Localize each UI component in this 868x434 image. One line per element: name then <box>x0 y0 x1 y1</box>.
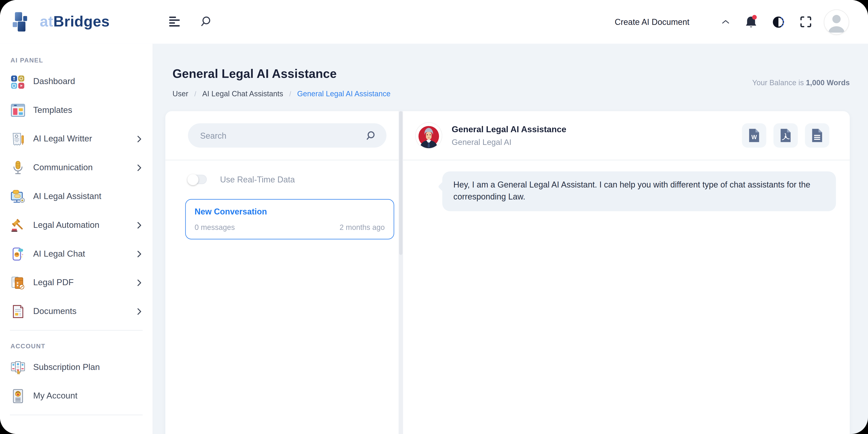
sidebar-item-documents[interactable]: Documents <box>0 297 153 326</box>
breadcrumb-ai-legal-chat-assistants[interactable]: AI Legal Chat Assistants <box>202 90 283 98</box>
templates-icon <box>10 102 26 118</box>
messages-area: Hey, I am a General Legal AI Assistant. … <box>403 160 850 211</box>
export-word-button[interactable]: W <box>742 123 767 148</box>
conversation-title: New Conversation <box>195 207 385 216</box>
sidebar-item-dashboard[interactable]: Dashboard <box>0 67 153 96</box>
scrollbar-thumb[interactable] <box>399 111 402 255</box>
chevron-up-icon[interactable] <box>721 19 730 24</box>
sidebar-section-ai-panel: AI PANEL <box>0 57 153 67</box>
pdf-folder-icon <box>10 275 26 290</box>
toggle-knob <box>187 174 198 185</box>
sidebar-item-my-account[interactable]: My Account <box>0 381 153 410</box>
breadcrumb-separator: / <box>289 90 291 98</box>
conversation-timestamp: 2 months ago <box>340 223 385 232</box>
user-avatar[interactable] <box>824 10 849 34</box>
menu-icon[interactable] <box>168 16 181 28</box>
search-icon[interactable] <box>199 16 212 28</box>
sidebar-item-templates[interactable]: Templates <box>0 96 153 124</box>
svg-text:W: W <box>751 134 757 140</box>
dashboard-icon <box>10 74 26 89</box>
breadcrumb-user[interactable]: User <box>173 90 188 98</box>
chat-phone-icon <box>10 246 26 261</box>
theme-contrast-icon[interactable] <box>772 15 786 29</box>
chevron-right-icon <box>137 308 142 315</box>
chat-assistant-title: General Legal AI Assistance <box>452 124 742 134</box>
breadcrumb-separator: / <box>194 90 196 98</box>
conversation-search-input[interactable] <box>200 131 365 140</box>
brand-name-bridges: Bridges <box>53 13 110 30</box>
legal-writer-icon <box>10 131 26 146</box>
chat-panel: General Legal AI Assistance General Lega… <box>403 111 850 434</box>
realtime-toggle-row: Use Real-Time Data <box>188 175 386 184</box>
document-icon <box>10 304 26 319</box>
page-title: General Legal AI Assistance <box>173 67 752 81</box>
fullscreen-icon[interactable] <box>799 16 812 28</box>
word-file-icon: W <box>748 128 760 143</box>
main-content: General Legal AI Assistance User / AI Le… <box>153 44 868 434</box>
sidebar: AI PANEL Dashboard <box>0 44 153 434</box>
export-pdf-button[interactable] <box>774 123 798 148</box>
conversations-panel: Use Real-Time Data New Conversation 0 me… <box>165 111 399 434</box>
sidebar-divider <box>10 330 143 331</box>
brand-logo[interactable]: atBridges <box>0 11 153 33</box>
chevron-right-icon <box>137 250 142 257</box>
sidebar-item-ai-legal-chat[interactable]: AI Legal Chat <box>0 239 153 268</box>
chevron-right-icon <box>137 221 142 228</box>
realtime-toggle-label: Use Real-Time Data <box>220 175 295 184</box>
sidebar-item-communication[interactable]: Communication <box>0 153 153 182</box>
assistant-message-bubble: Hey, I am a General Legal AI Assistant. … <box>442 172 836 211</box>
sidebar-item-legal-pdf[interactable]: Legal PDF <box>0 268 153 297</box>
sidebar-item-ai-legal-assistant[interactable]: AI Legal Assistant <box>0 182 153 211</box>
breadcrumb-current-page: General Legal AI Assistance <box>297 90 391 98</box>
conversations-scrollbar[interactable] <box>399 111 403 434</box>
pdf-file-icon <box>779 128 792 143</box>
balance-prefix: Your Balance is <box>752 78 806 87</box>
conversation-search <box>188 123 386 148</box>
app-header: atBridges Create AI Document <box>0 0 868 44</box>
bell-icon[interactable] <box>744 14 758 29</box>
id-card-icon <box>10 389 26 403</box>
chat-header: General Legal AI Assistance General Lega… <box>403 111 850 160</box>
microphone-icon <box>10 160 26 175</box>
breadcrumb: User / AI Legal Chat Assistants / Genera… <box>173 90 752 98</box>
conversation-message-count: 0 messages <box>195 223 235 232</box>
search-icon[interactable] <box>365 130 375 141</box>
chevron-right-icon <box>137 279 142 286</box>
sidebar-item-legal-automation[interactable]: Legal Automation <box>0 211 153 239</box>
gavel-icon <box>10 217 26 232</box>
chat-card: Use Real-Time Data New Conversation 0 me… <box>165 111 850 434</box>
brand-logo-icon <box>12 11 34 33</box>
sidebar-section-account: ACCOUNT <box>0 335 153 353</box>
brand-name: atBridges <box>40 13 110 30</box>
realtime-toggle-switch[interactable] <box>188 175 207 184</box>
chevron-right-icon <box>137 164 142 171</box>
sidebar-item-subscription-plan[interactable]: Subscription Plan <box>0 353 153 381</box>
sidebar-divider <box>10 415 143 415</box>
assistant-avatar <box>416 123 442 149</box>
export-text-button[interactable] <box>805 123 829 148</box>
pricing-plans-icon <box>10 360 26 375</box>
balance-text: Your Balance is 1,000 Words <box>752 78 850 87</box>
brand-name-at: at <box>40 13 54 30</box>
text-file-icon <box>811 128 823 143</box>
conversation-item[interactable]: New Conversation 0 messages 2 months ago <box>185 199 394 239</box>
sidebar-item-ai-legal-writter[interactable]: AI Legal Writter <box>0 124 153 153</box>
create-ai-document-button[interactable]: Create AI Document <box>615 17 689 27</box>
panel-divider <box>165 160 399 160</box>
chevron-right-icon <box>137 135 142 142</box>
legal-assistant-icon <box>10 189 26 204</box>
app-window: atBridges Create AI Document <box>0 0 868 434</box>
chat-assistant-subtitle: General Legal AI <box>452 138 742 147</box>
balance-value: 1,000 Words <box>806 78 849 87</box>
